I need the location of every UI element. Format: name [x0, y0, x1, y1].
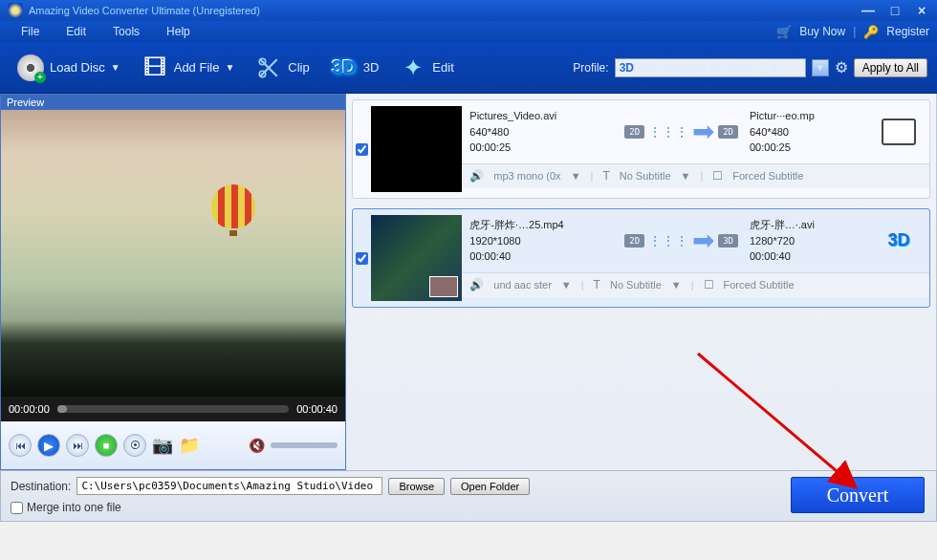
scrub-bar: 00:00:00 00:00:40: [1, 397, 345, 421]
destination-bar: Destination: Browse Open Folder Merge in…: [0, 470, 937, 522]
apply-to-all-button[interactable]: Apply to All: [854, 58, 927, 77]
title-bar: Amazing Video Converter Ultimate (Unregi…: [0, 0, 937, 21]
maximize-button[interactable]: □: [887, 3, 903, 18]
subtitle-select[interactable]: No Subtitle: [610, 279, 662, 291]
audio-track[interactable]: mp3 mono (0x: [493, 170, 560, 182]
3d-label: 3D: [363, 60, 380, 75]
caret-icon: ▼: [225, 62, 234, 73]
menu-bar: File Edit Tools Help 🛒 Buy Now | 🔑 Regis…: [0, 21, 937, 42]
to-badge: 3D: [718, 234, 738, 248]
add-file-button[interactable]: 🎞 Add File ▼: [134, 51, 243, 85]
merge-checkbox[interactable]: [11, 502, 23, 514]
stop-button[interactable]: ■: [95, 434, 118, 457]
play-button[interactable]: ▶: [37, 434, 60, 457]
profile-dropdown-button[interactable]: ▼: [812, 59, 829, 76]
subtitle-icon: T: [594, 278, 600, 291]
file-checkbox[interactable]: [353, 100, 371, 198]
device-3d-icon[interactable]: 3D: [876, 217, 922, 265]
file-dur: 00:00:40: [469, 248, 613, 265]
register-link[interactable]: Register: [886, 25, 929, 38]
volume-slider[interactable]: [271, 442, 338, 448]
subtitle-icon: T: [602, 169, 609, 183]
out-dur: 00:00:25: [750, 140, 864, 156]
audio-track[interactable]: und aac ster: [493, 279, 552, 291]
menu-help[interactable]: Help: [153, 25, 204, 38]
clip-button[interactable]: Clip: [248, 51, 316, 85]
file-list: Pictures_Video.avi 640*480 00:00:25 2D ⋮…: [346, 94, 937, 470]
file-row[interactable]: Pictures_Video.avi 640*480 00:00:25 2D ⋮…: [352, 99, 930, 199]
app-icon: [8, 3, 23, 18]
load-disc-button[interactable]: + Load Disc ▼: [10, 51, 128, 85]
time-current: 00:00:00: [9, 403, 50, 415]
convert-button[interactable]: Convert: [791, 477, 925, 513]
folder-button[interactable]: 📁: [179, 435, 200, 456]
file-dur: 00:00:25: [469, 140, 613, 156]
player-controls: ⏮ ▶ ⏭ ■ ⦿ 📷 📁 🔇: [1, 421, 345, 469]
volume-icon[interactable]: 🔇: [249, 438, 265, 453]
step-button[interactable]: ⦿: [123, 434, 146, 457]
clip-label: Clip: [288, 60, 309, 75]
conversion-arrow: 2D ⋮⋮⋮ ➡ 2D: [624, 108, 738, 156]
forced-subtitle[interactable]: Forced Subtitle: [732, 170, 803, 182]
separator: |: [853, 25, 856, 38]
file-name: Pictures_Video.avi: [469, 108, 613, 124]
time-total: 00:00:40: [296, 403, 338, 415]
out-name: Pictur···eo.mp: [750, 108, 864, 124]
window-title: Amazing Video Converter Ultimate (Unregi…: [29, 5, 861, 16]
prev-button[interactable]: ⏮: [9, 434, 32, 457]
cart-icon: 🛒: [776, 25, 792, 39]
film-icon: 🎞: [142, 54, 168, 81]
preview-label: Preview: [1, 95, 345, 110]
3d-button[interactable]: 3D 3D: [323, 51, 387, 85]
to-badge: 2D: [718, 125, 738, 139]
preview-video[interactable]: [1, 110, 345, 397]
file-thumbnail[interactable]: [371, 106, 462, 192]
load-disc-label: Load Disc: [50, 60, 105, 75]
minimize-button[interactable]: —: [861, 3, 876, 18]
destination-label: Destination:: [11, 480, 71, 493]
next-button[interactable]: ⏭: [66, 434, 89, 457]
file-thumbnail[interactable]: [371, 215, 462, 301]
edit-button[interactable]: ✦ Edit: [392, 51, 461, 85]
out-name: 虎牙-胖…·.avi: [750, 217, 864, 233]
star-icon: ✦: [400, 54, 426, 81]
preview-panel: Preview 00:00:00 00:00:40 ⏮ ▶ ⏭ ■ ⦿ 📷 📁 …: [0, 94, 346, 470]
caret-icon: ▼: [111, 62, 120, 73]
file-checkbox[interactable]: [353, 209, 371, 307]
add-file-label: Add File: [174, 60, 220, 75]
device-icon[interactable]: [876, 108, 922, 156]
menu-tools[interactable]: Tools: [99, 25, 153, 38]
menu-file[interactable]: File: [8, 25, 53, 38]
close-button[interactable]: ×: [914, 3, 929, 18]
toolbar: + Load Disc ▼ 🎞 Add File ▼ Clip 3D 3D ✦ …: [0, 42, 937, 94]
buy-now-link[interactable]: Buy Now: [799, 25, 845, 38]
key-icon: 🔑: [863, 25, 879, 39]
snapshot-button[interactable]: 📷: [152, 435, 173, 456]
audio-icon: 🔊: [469, 278, 484, 291]
forced-subtitle[interactable]: Forced Subtitle: [724, 279, 795, 291]
destination-input[interactable]: [76, 477, 382, 495]
scrub-track[interactable]: [57, 405, 289, 413]
balloon-graphic: [211, 184, 255, 238]
merge-label: Merge into one file: [27, 501, 121, 514]
3d-icon: 3D: [331, 54, 358, 81]
out-dur: 00:00:40: [750, 248, 864, 265]
profile-select[interactable]: 3D AVI Anaglyph 3D Video (*.av: [615, 58, 806, 77]
file-row[interactable]: 虎牙-胖炸·…25.mp4 1920*1080 00:00:40 2D ⋮⋮⋮ …: [352, 208, 930, 308]
file-res: 1920*1080: [469, 233, 613, 249]
profile-3d-icon: 3D: [620, 61, 634, 75]
file-res: 640*480: [469, 124, 613, 140]
from-badge: 2D: [624, 125, 644, 139]
edit-label: Edit: [432, 60, 453, 75]
gear-icon[interactable]: ⚙: [835, 58, 848, 76]
open-folder-button[interactable]: Open Folder: [450, 478, 530, 495]
menu-edit[interactable]: Edit: [53, 25, 99, 38]
conversion-arrow: 2D ⋮⋮⋮ ➡ 3D: [624, 217, 738, 265]
from-badge: 2D: [624, 234, 644, 248]
out-res: 1280*720: [750, 233, 864, 249]
profile-label: Profile:: [573, 61, 608, 75]
disc-icon: +: [17, 54, 44, 81]
browse-button[interactable]: Browse: [388, 478, 445, 495]
file-name: 虎牙-胖炸·…25.mp4: [469, 217, 613, 233]
subtitle-select[interactable]: No Subtitle: [620, 170, 671, 182]
